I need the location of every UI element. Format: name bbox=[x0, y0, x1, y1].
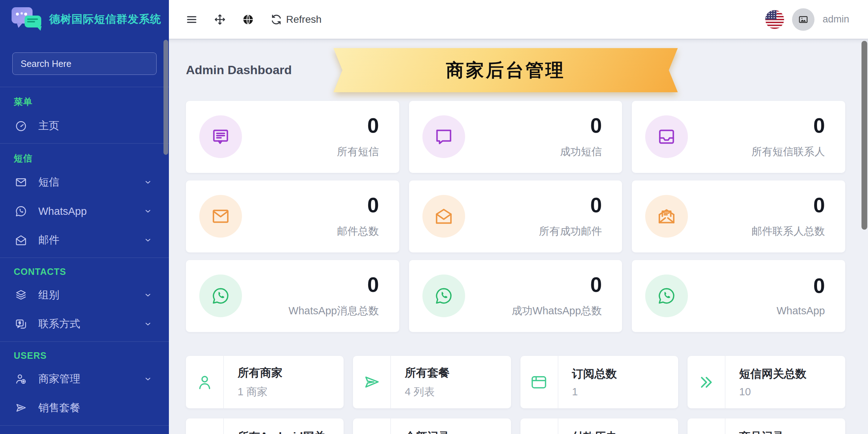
stat-value: 0 bbox=[367, 115, 379, 136]
search-input[interactable] bbox=[12, 52, 157, 75]
section-label-users: USERS bbox=[14, 350, 169, 361]
stat-card-success-sms: 0 成功短信 bbox=[409, 101, 622, 173]
stat-label: 成功WhatsApp总数 bbox=[512, 304, 602, 318]
sidebar-item-merchant-management[interactable]: 商家管理 bbox=[0, 365, 169, 393]
card-balance-records: 余额记录 bbox=[353, 418, 511, 434]
credit-card-icon bbox=[529, 373, 548, 392]
sidebar-item-label: 联系方式 bbox=[38, 317, 80, 331]
sidebar-nav: 菜单 主页 短信 短信 Whats bbox=[0, 87, 169, 434]
sidebar-item-label: 短信 bbox=[38, 175, 59, 190]
chevron-down-icon bbox=[144, 207, 152, 216]
person-icon bbox=[195, 373, 214, 392]
banner-text: 商家后台管理 bbox=[446, 58, 565, 82]
stat-value: 0 bbox=[590, 274, 602, 295]
summary-subtitle: 4 列表 bbox=[405, 385, 450, 399]
refresh-button[interactable]: Refresh bbox=[270, 13, 322, 26]
sidebar-item-label: 主页 bbox=[38, 119, 59, 133]
mail-open-icon bbox=[434, 206, 454, 226]
refresh-label: Refresh bbox=[286, 14, 322, 25]
whatsapp-icon bbox=[434, 286, 454, 306]
page-scrollbar[interactable] bbox=[861, 41, 867, 230]
sidebar-item-home[interactable]: 主页 bbox=[0, 111, 169, 140]
inbox-icon bbox=[656, 127, 677, 147]
summary-title: 短信网关总数 bbox=[739, 366, 807, 382]
summary-subtitle: 1 bbox=[572, 386, 617, 398]
sidebar-item-sms[interactable]: 短信 bbox=[0, 168, 169, 197]
whatsapp-icon bbox=[656, 286, 677, 306]
stat-value: 0 bbox=[367, 195, 379, 216]
stat-card-all-sms: 0 所有短信 bbox=[186, 101, 399, 173]
card-all-android-gateways: 所有Android网关 bbox=[186, 418, 344, 434]
sidebar-item-email[interactable]: 邮件 bbox=[0, 226, 169, 255]
sidebar-item-groups[interactable]: 组别 bbox=[0, 281, 169, 310]
stat-value: 0 bbox=[590, 115, 602, 136]
whatsapp-icon bbox=[210, 286, 231, 306]
hamburger-menu-button[interactable] bbox=[186, 13, 198, 26]
summary-grid: 所有商家 1 商家 所有套餐 4 列表 订阅总数 1 短信 bbox=[186, 356, 845, 408]
summary-card-total-sms-gateways: 短信网关总数 10 bbox=[688, 356, 845, 408]
banner-ribbon: 商家后台管理 bbox=[333, 48, 678, 92]
user-plus-icon bbox=[14, 373, 27, 386]
sidebar-item-label: 邮件 bbox=[38, 233, 59, 247]
chevron-down-icon bbox=[144, 178, 152, 187]
app-title: 德树国际短信群发系统 bbox=[49, 12, 161, 27]
summary-title: 订阅总数 bbox=[572, 366, 617, 382]
sidebar-scrollbar[interactable] bbox=[163, 40, 168, 155]
summary-subtitle: 1 商家 bbox=[238, 385, 282, 399]
image-placeholder-icon bbox=[798, 14, 809, 25]
stat-card-whatsapp-success: 0 成功WhatsApp总数 bbox=[409, 260, 622, 332]
stat-card-success-emails: 0 所有成功邮件 bbox=[409, 180, 622, 252]
message-icon bbox=[434, 127, 454, 147]
stat-value: 0 bbox=[813, 195, 825, 216]
summary-card-all-merchants: 所有商家 1 商家 bbox=[186, 356, 344, 408]
sidebar-item-contact-methods[interactable]: 联系方式 bbox=[0, 310, 169, 339]
stat-label: 邮件总数 bbox=[337, 224, 379, 239]
stat-label: 所有成功邮件 bbox=[539, 224, 602, 239]
avatar[interactable] bbox=[792, 8, 814, 31]
layers-icon bbox=[14, 289, 27, 302]
stat-label: 邮件联系人总数 bbox=[752, 224, 825, 239]
sidebar-item-label: 销售套餐 bbox=[38, 401, 80, 415]
page-title: Admin Dashboard bbox=[186, 63, 292, 77]
chat-bubbles-icon bbox=[9, 6, 44, 33]
topbar: Refresh admin bbox=[169, 0, 868, 39]
sidebar-item-whatsapp[interactable]: WhatsApp bbox=[0, 197, 169, 226]
move-button[interactable] bbox=[214, 13, 226, 26]
section-label-contacts: CONTACTS bbox=[14, 267, 169, 277]
main-content: Admin Dashboard 商家后台管理 0 所有短信 0 成功短信 bbox=[169, 39, 868, 434]
summary-card-all-packages: 所有套餐 4 列表 bbox=[353, 356, 511, 408]
stat-card-whatsapp: 0 WhatsApp bbox=[632, 260, 845, 332]
paper-plane-icon bbox=[362, 373, 381, 392]
mail-letter-icon bbox=[656, 206, 677, 226]
card-title: 所有Android网关 bbox=[224, 418, 326, 434]
stat-label: 所有短信联系人 bbox=[752, 145, 825, 159]
app-logo[interactable]: 德树国际短信群发系统 bbox=[0, 0, 169, 39]
chevron-down-icon bbox=[144, 375, 152, 383]
hamburger-icon bbox=[186, 13, 198, 26]
stat-card-email-contacts: 0 邮件联系人总数 bbox=[632, 180, 845, 252]
us-flag-icon[interactable] bbox=[765, 10, 784, 29]
stat-label: WhatsApp bbox=[776, 305, 825, 317]
sidebar-item-sales-packages[interactable]: 销售套餐 bbox=[0, 393, 169, 422]
chevron-down-icon bbox=[144, 236, 152, 244]
sidebar-item-label: 商家管理 bbox=[38, 372, 80, 386]
stat-label: WhatsApp消息总数 bbox=[289, 304, 379, 318]
chevron-down-icon bbox=[144, 291, 152, 299]
card-product-records: 商品记录 bbox=[688, 418, 845, 434]
stat-card-total-emails: 0 邮件总数 bbox=[186, 180, 399, 252]
language-globe-button[interactable] bbox=[242, 13, 254, 26]
chevron-down-icon bbox=[144, 320, 152, 328]
globe-icon bbox=[242, 13, 254, 26]
stat-value: 0 bbox=[813, 115, 825, 136]
stat-card-whatsapp-total: 0 WhatsApp消息总数 bbox=[186, 260, 399, 332]
summary-card-total-subscriptions: 订阅总数 1 bbox=[520, 356, 678, 408]
user-name[interactable]: admin bbox=[822, 14, 849, 25]
mail-open-icon bbox=[14, 234, 27, 247]
summary-subtitle: 10 bbox=[739, 386, 807, 398]
stats-grid: 0 所有短信 0 成功短信 0 所有短信联系人 0 bbox=[186, 101, 845, 332]
stat-value: 0 bbox=[590, 195, 602, 216]
stat-label: 所有短信 bbox=[337, 145, 379, 159]
double-chevron-icon bbox=[697, 373, 715, 392]
message-lines-icon bbox=[210, 127, 231, 147]
paper-plane-icon bbox=[14, 401, 27, 414]
